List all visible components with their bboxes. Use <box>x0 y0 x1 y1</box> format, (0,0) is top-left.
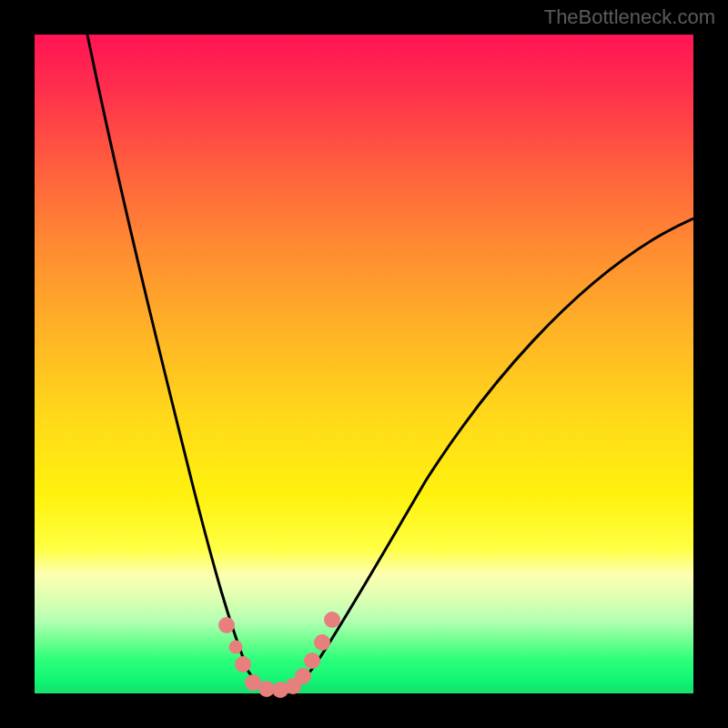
data-marker <box>229 641 243 654</box>
right-curve-path <box>278 218 693 693</box>
data-marker <box>235 656 251 672</box>
left-curve-path <box>87 35 278 693</box>
data-marker <box>218 617 235 633</box>
data-marker <box>295 668 311 684</box>
curve-layer <box>35 35 693 693</box>
data-marker <box>304 652 320 669</box>
chart-plot-area <box>35 35 693 693</box>
data-marker <box>314 634 330 651</box>
watermark-text: TheBottleneck.com <box>544 5 715 29</box>
data-marker <box>324 612 340 628</box>
